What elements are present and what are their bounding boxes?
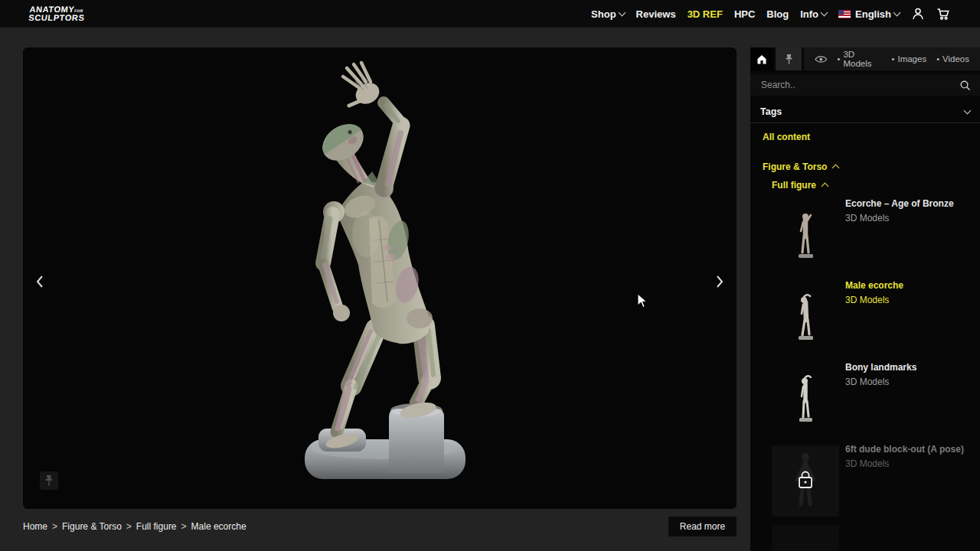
- search-icon[interactable]: [959, 80, 971, 91]
- all-content-link[interactable]: All content: [750, 123, 980, 149]
- user-icon: [911, 7, 925, 21]
- model-thumbnail: [772, 200, 839, 271]
- model-title: 6ft dude block-out (A pose): [845, 444, 964, 455]
- pin-icon: [784, 54, 794, 65]
- nav-blog[interactable]: Blog: [766, 8, 789, 20]
- filter-videos[interactable]: • Videos: [936, 54, 969, 64]
- model-title: Ecorche – Age of Bronze: [845, 198, 954, 209]
- cart-button[interactable]: [936, 7, 951, 21]
- content-browser-sidebar: • 3D Models • Images • Videos Tags: [750, 47, 980, 551]
- site-logo[interactable]: ANATOMYFOR SCULPTORS: [28, 6, 86, 21]
- breadcrumb-male-ecorche[interactable]: Male ecorche: [191, 521, 247, 532]
- model-thumbnail: [772, 364, 839, 435]
- main-nav: Shop Reviews 3D REF HPC Blog Info Englis…: [591, 7, 951, 21]
- content-type-filters: • 3D Models • Images • Videos: [804, 47, 980, 70]
- model-viewport[interactable]: [23, 47, 737, 509]
- tags-dropdown[interactable]: Tags: [750, 100, 980, 123]
- model-type: 3D Models: [845, 377, 916, 387]
- breadcrumb: Home > Figure & Torso > Full figure > Ma…: [23, 521, 247, 532]
- chevron-right-icon: [715, 274, 724, 289]
- breadcrumb-full-figure[interactable]: Full figure: [136, 521, 177, 532]
- search-input[interactable]: [760, 79, 959, 91]
- filter-3d-models[interactable]: • 3D Models: [838, 50, 882, 68]
- breadcrumb-figure-torso[interactable]: Figure & Torso: [62, 521, 122, 532]
- cart-icon: [936, 7, 951, 21]
- home-icon: [756, 54, 768, 65]
- logo-line2: SCULPTORS: [28, 13, 85, 22]
- nav-3d-ref[interactable]: 3D REF: [688, 8, 723, 20]
- model-type: 3D Models: [845, 295, 903, 305]
- category-figure-torso[interactable]: Figure & Torso: [750, 161, 980, 172]
- chevron-down-icon: [618, 9, 626, 17]
- chevron-down-icon: [821, 9, 828, 17]
- nav-reviews[interactable]: Reviews: [636, 8, 676, 20]
- ecorche-3d-model[interactable]: [276, 57, 536, 511]
- model-thumbnail: [772, 445, 839, 517]
- breadcrumb-home[interactable]: Home: [23, 521, 47, 532]
- chevron-down-icon: [964, 106, 972, 114]
- list-item[interactable]: Bony landmarks 3D Models: [750, 359, 980, 441]
- page: ANATOMYFOR SCULPTORS Shop Reviews 3D REF…: [0, 0, 980, 551]
- home-tab[interactable]: [750, 47, 773, 70]
- model-title: Bony landmarks: [845, 362, 916, 373]
- lock-icon: [797, 470, 814, 490]
- tags-label: Tags: [760, 106, 782, 117]
- model-title: Male ecorche: [845, 280, 903, 291]
- pin-view-button[interactable]: [40, 471, 58, 490]
- chevron-down-icon: [893, 9, 901, 17]
- chevron-up-icon: [822, 183, 829, 191]
- us-flag-icon: [838, 10, 851, 18]
- nav-hpc[interactable]: HPC: [734, 8, 755, 20]
- next-model-button[interactable]: [712, 270, 727, 293]
- subcategory-full-figure[interactable]: Full figure: [750, 180, 980, 191]
- list-item-partial-thumbnail: [772, 525, 839, 551]
- language-selector[interactable]: English: [838, 8, 900, 20]
- filter-images[interactable]: • Images: [892, 54, 927, 64]
- list-item-locked[interactable]: 6ft dude block-out (A pose) 3D Models: [750, 441, 980, 523]
- pinned-tab[interactable]: [776, 47, 802, 70]
- eye-icon[interactable]: [815, 54, 828, 64]
- search-bar: [750, 74, 980, 96]
- model-type: 3D Models: [845, 458, 964, 469]
- browser-tabs: • 3D Models • Images • Videos: [750, 47, 980, 70]
- model-list: Ecorche – Age of Bronze 3D Models: [750, 195, 980, 523]
- previous-model-button[interactable]: [32, 270, 47, 293]
- chevron-up-icon: [832, 165, 840, 172]
- account-button[interactable]: [911, 7, 925, 21]
- nav-info[interactable]: Info: [800, 8, 827, 20]
- chevron-left-icon: [35, 274, 44, 289]
- model-thumbnail: [772, 282, 839, 353]
- list-item-active[interactable]: Male ecorche 3D Models: [750, 277, 980, 359]
- pin-icon: [44, 474, 54, 487]
- read-more-button[interactable]: Read more: [668, 517, 737, 536]
- nav-shop[interactable]: Shop: [591, 8, 625, 20]
- top-navigation-bar: ANATOMYFOR SCULPTORS Shop Reviews 3D REF…: [0, 0, 980, 28]
- list-item[interactable]: Ecorche – Age of Bronze 3D Models: [750, 195, 980, 277]
- model-type: 3D Models: [845, 213, 954, 223]
